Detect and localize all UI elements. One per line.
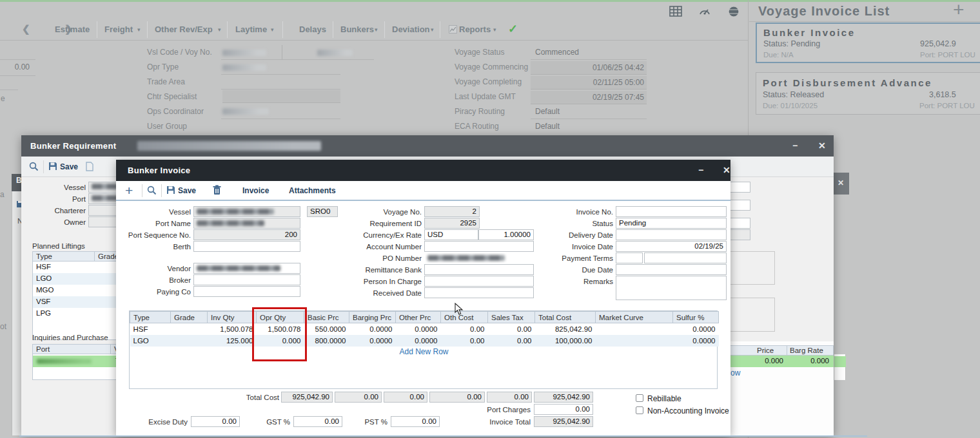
requirement-id-field[interactable]: 2925 <box>424 218 480 229</box>
invoice-card-port-disbursement-advance[interactable]: Port Disbursement Advance Status: Releas… <box>756 72 980 115</box>
nav-item-laytime[interactable]: Laytime <box>235 24 267 34</box>
grid-row-lgo[interactable]: LGO 125.000 0.000 800.0000 0.0000 0.0000… <box>130 335 719 347</box>
bunker-invoice-titlebar[interactable]: Bunker Invoice − ✕ <box>116 160 730 181</box>
globe-icon[interactable] <box>727 5 740 21</box>
cell[interactable] <box>596 323 673 336</box>
person-in-charge-field[interactable] <box>424 276 534 287</box>
field-label: Delivery Date <box>536 231 613 239</box>
tab-invoice[interactable]: Invoice <box>242 186 269 195</box>
port-charges-field[interactable]: 0.00 <box>534 404 593 415</box>
chtr-specialist-field[interactable] <box>222 90 340 103</box>
cell[interactable]: 0.00 <box>488 335 535 347</box>
paying-co-field[interactable] <box>193 286 300 297</box>
cell[interactable]: 1,500.078 <box>208 323 257 336</box>
cell[interactable]: 825,042.90 <box>535 323 596 336</box>
cell[interactable]: 800.0000 <box>304 335 349 347</box>
redacted-value <box>317 50 353 56</box>
currency-field[interactable]: USD <box>424 229 478 240</box>
cell[interactable]: 0.0000 <box>349 323 396 336</box>
close-icon[interactable]: ✕ <box>838 178 844 187</box>
gst-field[interactable]: 0.00 <box>293 416 342 427</box>
grid-row-hsf[interactable]: HSF 1,500.078 1,500.078 550.0000 0.0000 … <box>130 323 719 336</box>
dashboard-gauge-icon[interactable] <box>698 5 711 21</box>
cell[interactable]: 0.0000 <box>673 323 719 336</box>
sro-field[interactable]: SRO0 <box>307 206 338 217</box>
delivery-date-field[interactable] <box>616 229 727 240</box>
berth-field[interactable] <box>193 241 300 252</box>
invoice-card-bunker-invoice[interactable]: Bunker Invoice Status: Pending 925,042.9… <box>756 23 980 63</box>
close-icon[interactable]: ✕ <box>818 141 826 150</box>
back-icon[interactable]: ❮ <box>22 23 30 35</box>
card-status: Status: Released <box>763 90 824 99</box>
cell[interactable]: LGO <box>130 335 171 347</box>
nav-item-freight[interactable]: Freight <box>104 24 133 34</box>
add-icon[interactable]: + <box>125 183 133 198</box>
cell[interactable]: 0.00 <box>441 335 488 347</box>
add-row-link-fragment[interactable]: ow <box>730 368 740 377</box>
cell[interactable]: HSF <box>130 323 171 336</box>
port-name-field[interactable] <box>193 218 300 229</box>
nav-item-estimate[interactable]: Estimate <box>55 24 90 34</box>
grid-icon[interactable] <box>669 5 682 21</box>
close-icon[interactable]: ✕ <box>723 166 730 175</box>
port-sequence-field[interactable]: 200 <box>193 229 300 240</box>
due-date-field[interactable] <box>616 264 727 275</box>
po-number-field[interactable] <box>424 252 534 263</box>
minimize-icon[interactable]: − <box>792 141 798 150</box>
divider <box>227 21 228 38</box>
account-number-field[interactable] <box>424 241 534 252</box>
nav-item-reports[interactable]: Reports <box>459 24 491 34</box>
received-date-field[interactable] <box>424 287 534 298</box>
nav-item-deviation[interactable]: Deviation <box>392 24 430 34</box>
vendor-field[interactable] <box>193 263 300 274</box>
cell[interactable]: 0.00 <box>441 323 488 336</box>
field-label: Trade Area <box>147 77 185 86</box>
voyage-completing-field[interactable]: 02/11/25 05:00 <box>531 76 647 90</box>
excise-duty-field[interactable]: 0.00 <box>191 416 240 427</box>
remittance-bank-field[interactable] <box>424 264 534 275</box>
last-update-gmt-field[interactable]: 02/19/25 07:45 <box>531 91 647 104</box>
add-new-row-link[interactable]: Add New Row <box>130 347 718 356</box>
save-button[interactable]: Save <box>178 186 196 195</box>
trash-icon[interactable] <box>213 185 221 198</box>
rebillable-checkbox[interactable] <box>636 394 643 402</box>
nav-item-delays[interactable]: Delays <box>299 24 326 34</box>
search-icon[interactable] <box>147 186 157 198</box>
cell[interactable] <box>171 335 208 347</box>
remarks-field[interactable] <box>616 276 727 300</box>
cell[interactable]: 0.0000 <box>349 335 396 347</box>
search-icon[interactable] <box>29 162 39 174</box>
add-invoice-icon[interactable]: + <box>953 1 965 18</box>
status-field[interactable]: Pending <box>616 218 727 229</box>
cell[interactable]: 125.000 <box>208 335 257 347</box>
voyage-no-field[interactable]: 2 <box>424 206 480 217</box>
non-accounting-checkbox[interactable] <box>636 406 643 414</box>
cell[interactable]: 0.0000 <box>396 323 441 336</box>
cell[interactable] <box>596 335 673 347</box>
cell[interactable]: 100,000.00 <box>535 335 596 347</box>
tab-attachments[interactable]: Attachments <box>289 186 336 195</box>
cell[interactable]: 550.0000 <box>304 323 349 336</box>
nav-item-other-rev-exp[interactable]: Other Rev/Exp <box>155 24 213 34</box>
invoice-date-field[interactable]: 02/19/25 <box>616 241 727 252</box>
vessel-field[interactable] <box>193 206 300 217</box>
broker-field[interactable] <box>193 274 300 285</box>
nav-item-bunkers[interactable]: Bunkers <box>340 24 374 34</box>
ex-rate-field[interactable]: 1.00000 <box>478 229 534 240</box>
save-icon[interactable] <box>48 162 57 173</box>
total-barging-value: 0.00 <box>335 392 382 403</box>
cell[interactable]: 0.0000 <box>396 335 441 347</box>
document-icon[interactable] <box>86 162 93 174</box>
pst-field[interactable]: 0.00 <box>391 416 440 427</box>
voyage-commencing-field[interactable]: 01/06/25 04:42 <box>531 61 647 75</box>
minimize-icon[interactable]: − <box>698 166 703 175</box>
save-icon[interactable] <box>166 186 175 197</box>
payment-terms-code-field[interactable] <box>616 252 643 263</box>
cell[interactable]: 0.0000 <box>673 335 719 347</box>
save-button[interactable]: Save <box>60 162 78 171</box>
bunker-requirement-titlebar[interactable]: Bunker Requirement − ✕ <box>21 135 834 157</box>
cell[interactable]: 0.00 <box>488 323 535 336</box>
payment-terms-field[interactable] <box>644 252 727 263</box>
invoice-no-field[interactable] <box>616 206 727 217</box>
cell[interactable] <box>171 323 208 336</box>
